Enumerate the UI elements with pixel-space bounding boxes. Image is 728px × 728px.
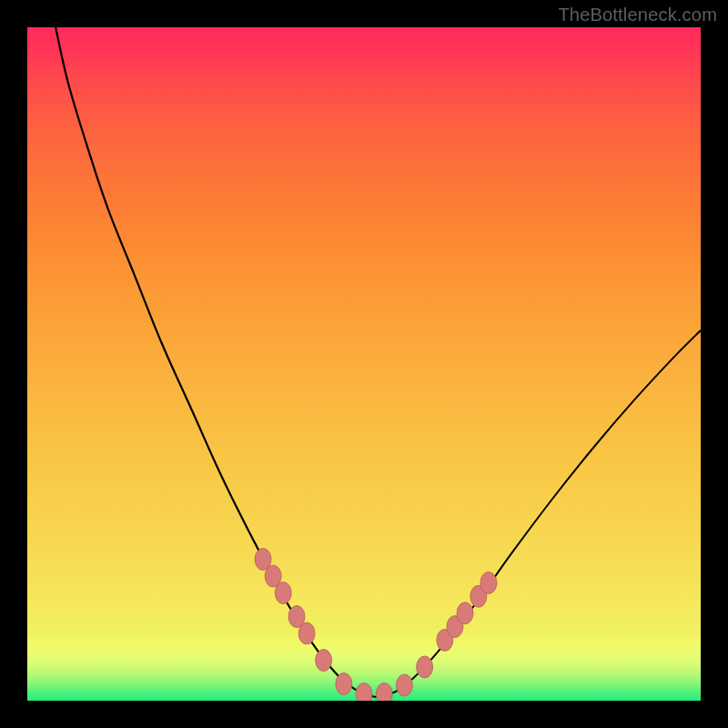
chart-frame: TheBottleneck.com xyxy=(0,0,728,728)
curve-right xyxy=(378,330,701,697)
marker-dot xyxy=(275,582,291,604)
curve-layer xyxy=(27,27,701,701)
marker-dot xyxy=(316,650,332,672)
marker-group xyxy=(255,549,497,701)
marker-dot xyxy=(336,673,352,695)
marker-dot xyxy=(298,622,315,644)
marker-dot xyxy=(396,674,412,696)
watermark-text: TheBottleneck.com xyxy=(558,5,717,25)
marker-dot xyxy=(480,572,497,594)
marker-dot xyxy=(417,656,433,678)
marker-dot xyxy=(376,683,392,701)
curve-left xyxy=(55,27,378,697)
marker-dot xyxy=(356,683,372,701)
marker-dot xyxy=(457,602,473,624)
plot-area xyxy=(27,27,701,701)
